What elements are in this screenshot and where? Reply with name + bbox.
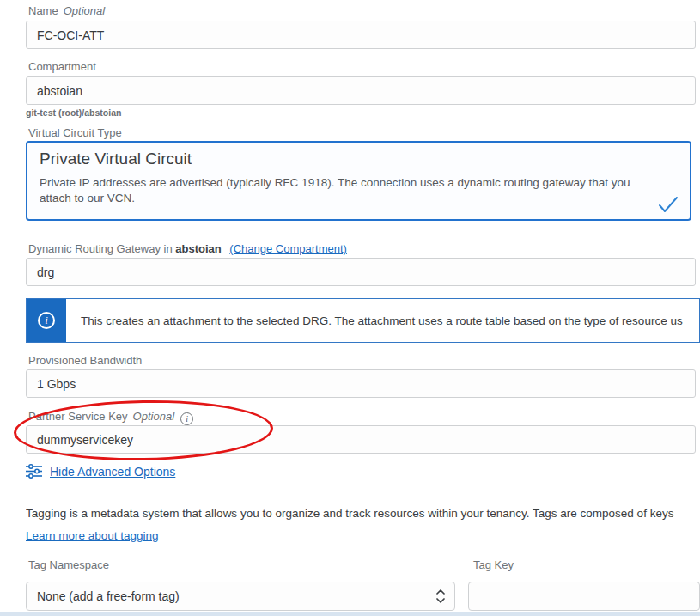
learn-more-tagging-link[interactable]: Learn more about tagging — [26, 529, 159, 542]
advanced-options-row: Hide Advanced Options — [26, 464, 175, 479]
learn-more-row: Learn more about tagging — [26, 529, 159, 542]
private-virtual-circuit-card[interactable]: Private Virtual Circuit Private IP addre… — [26, 141, 691, 221]
section-divider — [0, 612, 700, 616]
compartment-input[interactable] — [26, 76, 696, 105]
name-input[interactable] — [26, 21, 696, 49]
name-label: NameOptional — [28, 4, 105, 17]
change-compartment-link[interactable]: (Change Compartment) — [229, 242, 347, 255]
bandwidth-value: 1 Gbps — [37, 377, 76, 391]
info-circle-icon[interactable]: i — [180, 412, 193, 425]
partner-key-input[interactable] — [26, 425, 696, 454]
drg-input[interactable] — [26, 258, 696, 286]
bandwidth-label: Provisioned Bandwidth — [28, 354, 142, 367]
tag-namespace-label: Tag Namespace — [28, 558, 109, 571]
card-description: Private IP addresses are advertised (typ… — [40, 175, 641, 206]
chevron-up-down-icon — [435, 589, 446, 604]
drg-compartment-name: abstoian — [175, 242, 221, 255]
banner-text: This creates an attachment to the select… — [66, 299, 699, 342]
partner-key-label: Partner Service KeyOptionali — [28, 410, 193, 425]
card-title: Private Virtual Circuit — [40, 149, 192, 168]
compartment-label: Compartment — [28, 60, 96, 73]
tag-key-input[interactable] — [468, 582, 700, 611]
name-label-text: Name — [28, 4, 58, 17]
checkmark-icon — [657, 195, 679, 214]
drg-info-banner: i This creates an attachment to the sele… — [26, 298, 700, 343]
banner-icon-area: i — [27, 299, 66, 342]
info-circle-icon: i — [38, 312, 55, 329]
sliders-icon — [26, 464, 42, 479]
tag-key-label: Tag Key — [473, 558, 514, 571]
tagging-description: Tagging is a metadata system that allows… — [26, 507, 700, 520]
vc-type-label: Virtual Circuit Type — [28, 126, 122, 139]
fastconnect-create-form: NameOptional Compartment git-test (root)… — [0, 0, 700, 616]
tag-namespace-value: None (add a free-form tag) — [37, 589, 180, 603]
compartment-path-helper: git-test (root)/abstoian — [26, 107, 121, 118]
tag-namespace-select[interactable]: None (add a free-form tag) — [26, 582, 455, 611]
bandwidth-select[interactable]: 1 Gbps — [26, 369, 696, 398]
hide-advanced-options-link[interactable]: Hide Advanced Options — [50, 465, 175, 479]
drg-label: Dynamic Routing Gateway in abstoian (Cha… — [28, 242, 347, 255]
name-optional-text: Optional — [64, 4, 105, 17]
